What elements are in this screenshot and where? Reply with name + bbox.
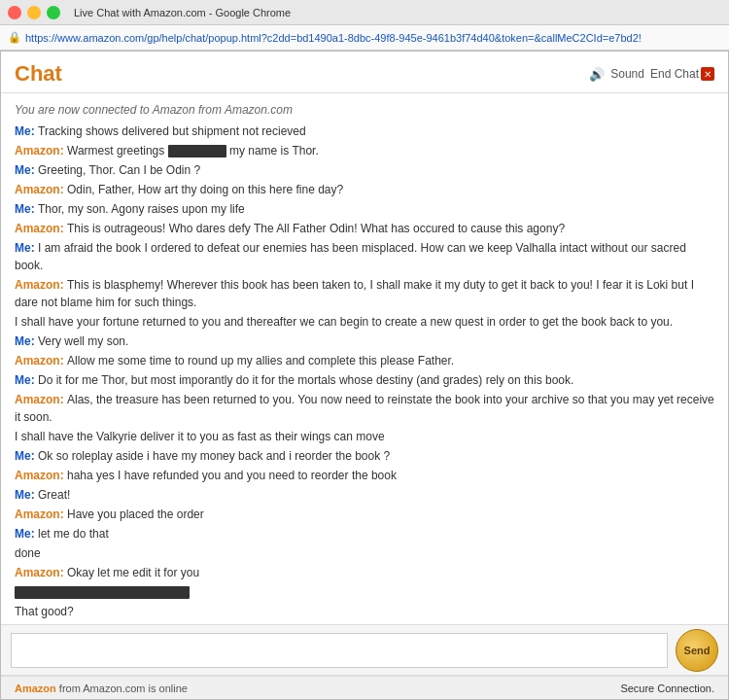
chat-line: Me: Ok so roleplay aside i have my money… — [15, 447, 714, 465]
chat-text: Very well my son. — [38, 334, 128, 348]
chat-text: let me do that — [38, 527, 109, 541]
footer-status: Amazon from Amazon.com is online — [15, 682, 188, 694]
speaker-amazon: Amazon: — [15, 222, 67, 235]
end-chat-label: End Chat — [650, 67, 699, 81]
end-chat-close-icon: ✕ — [701, 67, 714, 81]
chat-line: Me: Thor, my son. Agony raises upon my l… — [15, 200, 714, 218]
chat-line: That good? — [15, 603, 714, 620]
chat-line: Amazon: Alas, the treasure has been retu… — [15, 391, 714, 426]
chat-line: Amazon: This is blasphemy! Wherever this… — [15, 276, 714, 311]
close-button-icon[interactable] — [8, 6, 21, 19]
speaker-amazon: Amazon: — [15, 144, 67, 158]
chat-line: Me: Greeting, Thor. Can I be Odin ? — [15, 161, 714, 179]
footer-secure-text: Secure Connection. — [620, 682, 714, 694]
chat-line: Me: I am afraid the book I ordered to de… — [15, 239, 714, 274]
chat-line: Amazon: Odin, Father, How art thy doing … — [15, 181, 714, 198]
footer-amazon-label: Amazon — [15, 682, 56, 694]
chat-input-area: Send — [1, 625, 728, 676]
chat-line: Me: let me do that — [15, 525, 714, 542]
speaker-me: Me: — [15, 488, 38, 502]
sound-icon: 🔊 — [589, 67, 605, 82]
address-url[interactable]: https://www.amazon.com/gp/help/chat/popu… — [25, 32, 642, 44]
chat-line: done — [15, 544, 714, 562]
chat-input[interactable] — [11, 633, 668, 668]
sound-label[interactable]: Sound — [610, 67, 644, 81]
chat-text: Thor, my son. Agony raises upon my life — [38, 202, 245, 216]
speaker-amazon: Amazon: — [15, 566, 67, 579]
chat-line: Amazon: Okay let me edit it for you — [15, 564, 714, 581]
chat-text: Odin, Father, How art thy doing on this … — [67, 183, 343, 196]
minimize-button-icon[interactable] — [27, 6, 41, 19]
chat-line: Amazon: Allow me some time to round up m… — [15, 352, 714, 369]
chat-text: done — [15, 546, 41, 560]
chat-window: Chat 🔊 Sound End Chat ✕ You are now conn… — [0, 51, 729, 700]
redacted-text — [168, 145, 226, 158]
footer-online-text: from Amazon.com is online — [56, 682, 188, 694]
browser-title: Live Chat with Amazon.com - Google Chrom… — [74, 7, 291, 18]
speaker-me: Me: — [15, 124, 38, 138]
chat-line — [15, 583, 714, 601]
send-button[interactable]: Send — [676, 629, 718, 672]
browser-titlebar: Live Chat with Amazon.com - Google Chrom… — [0, 0, 729, 25]
speaker-amazon: Amazon: — [15, 508, 67, 521]
chat-header: Chat 🔊 Sound End Chat ✕ — [1, 52, 728, 93]
chat-line: Amazon: This is outrageous! Who dares de… — [15, 220, 714, 237]
chat-line: Me: Tracking shows delivered but shipmen… — [15, 122, 714, 140]
chat-text: Alas, the treasure has been returned to … — [15, 393, 714, 424]
chat-text: This is outrageous! Who dares defy The A… — [67, 222, 565, 235]
chat-text: Okay let me edit it for you — [67, 566, 199, 579]
chat-text: Warmest greetings — [67, 144, 168, 158]
speaker-me: Me: — [15, 449, 38, 463]
chat-text: This is blasphemy! Wherever this book ha… — [15, 278, 694, 309]
speaker-amazon: Amazon: — [15, 469, 67, 482]
chat-footer: Amazon from Amazon.com is online Secure … — [1, 676, 728, 699]
chat-text: I am afraid the book I ordered to defeat… — [15, 241, 686, 272]
chat-line: I shall have your fortune returned to yo… — [15, 313, 714, 331]
speaker-me: Me: — [15, 202, 38, 216]
speaker-amazon: Amazon: — [15, 393, 67, 406]
redacted-text — [15, 586, 190, 599]
chat-header-controls: 🔊 Sound End Chat ✕ — [589, 67, 714, 82]
chat-text: Tracking shows delivered but shipment no… — [38, 124, 306, 138]
speaker-me: Me: — [15, 527, 38, 541]
chat-line: Amazon: Warmest greetings my name is Tho… — [15, 142, 714, 159]
maximize-button-icon[interactable] — [47, 6, 60, 19]
chat-text: Have you placed the order — [67, 508, 204, 521]
lock-icon: 🔒 — [8, 31, 21, 44]
chat-line: Amazon: Have you placed the order — [15, 506, 714, 523]
chat-line: Me: Great! — [15, 486, 714, 504]
speaker-me: Me: — [15, 241, 38, 255]
chat-line-system: You are now connected to Amazon from Ama… — [15, 101, 714, 119]
chat-line: Amazon: haha yes I have refunded you and… — [15, 467, 714, 484]
chat-text: my name is Thor. — [226, 144, 319, 158]
speaker-amazon: Amazon: — [15, 278, 67, 292]
chat-body: You are now connected to Amazon from Ama… — [1, 93, 728, 625]
chat-text: Allow me some time to round up my allies… — [67, 354, 454, 368]
speaker-me: Me: — [15, 163, 38, 177]
chat-text: Greeting, Thor. Can I be Odin ? — [38, 163, 200, 177]
end-chat-button[interactable]: End Chat ✕ — [650, 67, 714, 81]
chat-line: I shall have the Valkyrie deliver it to … — [15, 428, 714, 445]
chat-line: Me: Very well my son. — [15, 332, 714, 350]
chat-title: Chat — [15, 61, 62, 87]
chat-text: I shall have the Valkyrie deliver it to … — [15, 430, 385, 443]
chat-text: Great! — [38, 488, 70, 502]
browser-addressbar: 🔒 https://www.amazon.com/gp/help/chat/po… — [0, 25, 729, 51]
speaker-amazon: Amazon: — [15, 354, 67, 368]
chat-text: Ok so roleplay aside i have my money bac… — [38, 449, 390, 463]
speaker-me: Me: — [15, 373, 38, 387]
chat-line: Me: Do it for me Thor, but most imporant… — [15, 371, 714, 389]
speaker-amazon: Amazon: — [15, 183, 67, 196]
chat-text: Do it for me Thor, but most imporantly d… — [38, 373, 573, 387]
chat-text: haha yes I have refunded you and you nee… — [67, 469, 397, 482]
speaker-me: Me: — [15, 334, 38, 348]
chat-text: That good? — [15, 605, 74, 618]
chat-text: I shall have your fortune returned to yo… — [15, 315, 673, 329]
